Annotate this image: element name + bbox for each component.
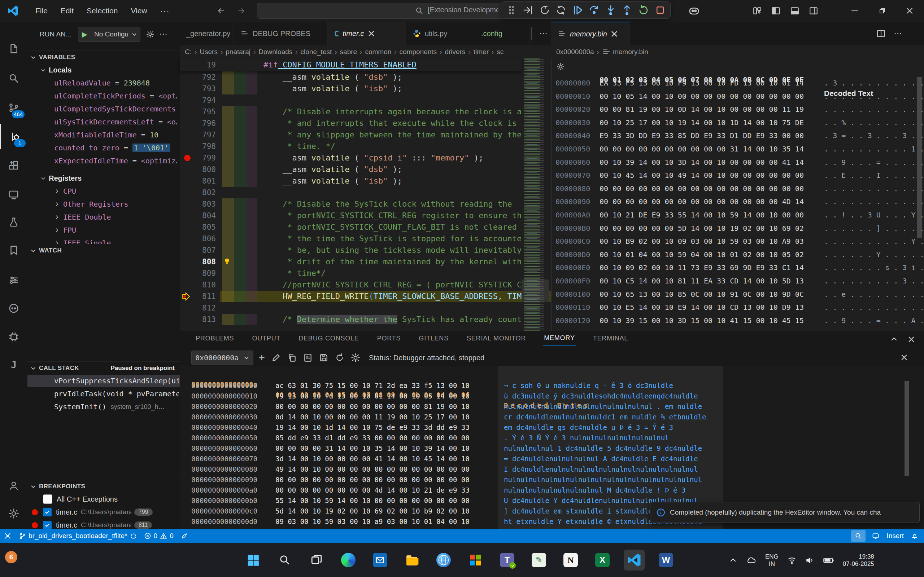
taskbar-explorer-icon[interactable]	[401, 550, 422, 571]
panel-tab-output[interactable]: OUTPUT	[251, 335, 281, 346]
notification-toast[interactable]: Completed (hopefully) duplicating the He…	[650, 502, 920, 523]
memory-copy-icon[interactable]	[287, 353, 297, 363]
breakpoint-glyph-icon[interactable]	[184, 155, 191, 161]
crumb-item[interactable]: sabre	[340, 48, 357, 56]
variable-row[interactable]: ulCompletedSysTickDecrements =	[27, 102, 180, 115]
hex-bytes[interactable]: 00 10 B9 02 00 10 09 03 00 10 59 03 00 1…	[599, 235, 804, 248]
taskbar-teams-icon[interactable]: T	[497, 550, 518, 571]
restart-button[interactable]	[636, 3, 651, 17]
memory-bytes[interactable]: ac 63 01 30 75 15 00 10 71 2d ea 33 f5 1…	[275, 380, 470, 391]
taskbar-vscode-icon[interactable]	[624, 550, 645, 571]
crumb-item[interactable]: memory.bin	[613, 48, 648, 56]
minimize-icon[interactable]	[841, 0, 868, 22]
memory-bytes[interactable]: 00 00 00 00 00 00 00 00 00 00 00 00 81 1…	[275, 401, 470, 412]
hex-row[interactable]: 000000F000 10 C5 14 00 10 81 11 EA 33 CD…	[551, 274, 924, 288]
panel-tab-problems[interactable]: PROBLEMS	[195, 335, 234, 346]
battery-icon[interactable]	[823, 556, 834, 565]
crumb-item[interactable]: sc	[497, 48, 504, 56]
tabs-overflow-icon[interactable]: ···	[536, 22, 551, 45]
volume-icon[interactable]	[805, 556, 815, 565]
code-line-806[interactable]: 806 * the time the SysTick is stopped fo…	[180, 233, 551, 245]
hex-row[interactable]: 000000B000 00 00 00 00 00 5D 14 00 10 19…	[551, 222, 924, 235]
crumb-item[interactable]: C:	[185, 48, 192, 56]
memory-row[interactable]: 000000000000009000 00 00 00 00 00 00 00 …	[180, 475, 924, 485]
close-icon[interactable]	[896, 0, 923, 22]
menu-file[interactable]: File	[29, 0, 54, 22]
memory-edit-icon[interactable]	[271, 353, 281, 363]
hex-bytes[interactable]: 00 00 00 00 00 00 00 00 00 00 00 00 00 0…	[599, 182, 804, 195]
register-group-row[interactable]: IEEE Double	[27, 211, 180, 224]
tab-close-icon[interactable]	[368, 30, 375, 37]
code-line-794[interactable]: 794	[180, 95, 551, 106]
code-line-807[interactable]: 807 * be, but using the tickless mode wi…	[180, 245, 551, 256]
tools-icon[interactable]	[0, 529, 15, 543]
memory-row[interactable]: 000000000000006000 00 00 00 31 14 00 10 …	[180, 443, 924, 454]
panel-tab-terminal[interactable]: TERMINAL	[592, 335, 629, 346]
sidebar-gear-icon[interactable]	[146, 30, 154, 38]
hex-row[interactable]: 0000006000 10 39 14 00 10 3D 14 00 10 00…	[551, 156, 924, 169]
variable-row[interactable]: ulCompleteTickPeriods = <opt…	[27, 89, 180, 102]
memory-save-icon[interactable]	[319, 353, 328, 363]
register-group-row[interactable]: FPU	[27, 224, 180, 237]
hex-row[interactable]: 0000012000 10 39 15 00 10 3D 15 00 10 41…	[551, 314, 924, 327]
register-group-row[interactable]: Other Registers	[27, 198, 180, 211]
taskbar-office-icon[interactable]	[465, 550, 486, 571]
activity-source-control-icon[interactable]: 464	[0, 95, 27, 121]
hex-row[interactable]: 0000003000 10 25 17 00 10 19 14 00 10 1D…	[551, 116, 924, 129]
step-into-button[interactable]	[604, 3, 618, 17]
crumb-item[interactable]: 0x0000000a	[556, 48, 594, 56]
code-line-800[interactable]: 800 __asm volatile ( "dsb" );	[180, 164, 551, 175]
register-group-row[interactable]: CPU	[27, 185, 180, 198]
menu-view[interactable]: View	[124, 0, 153, 22]
variables-section-header[interactable]: VARIABLES	[27, 50, 180, 64]
hex-row[interactable]: 0000010000 10 65 13 00 10 85 0C 00 10 91…	[551, 288, 924, 301]
code-line-796[interactable]: 796 * and interrupts that execute while …	[180, 118, 551, 129]
memory-bytes[interactable]: 09 03 00 10 59 03 00 10 a9 03 00 10 01 0…	[275, 516, 470, 527]
stop-button[interactable]	[653, 3, 667, 17]
memory-close-icon[interactable]	[900, 353, 908, 361]
breakpoints-section-header[interactable]: BREAKPOINTS	[27, 480, 180, 493]
tab--generator-py[interactable]: _generator.py	[180, 22, 234, 45]
onedrive-cloud-icon[interactable]	[746, 555, 756, 566]
memory-bytes[interactable]: 49 14 00 10 00 00 00 00 00 00 00 00 00 0…	[275, 464, 470, 475]
taskbar-taskview-icon[interactable]	[306, 550, 327, 571]
breakpoint-checkbox[interactable]	[43, 495, 52, 504]
watch-section-header[interactable]: WATCH	[27, 244, 180, 257]
nav-forward-icon[interactable]	[236, 6, 246, 16]
panel-tab-serial-monitor[interactable]: SERIAL MONITOR	[466, 335, 527, 346]
activity-run-debug-icon[interactable]: 1	[0, 124, 29, 149]
step-out-button[interactable]	[620, 3, 635, 17]
code-line-812[interactable]: 812	[180, 302, 551, 314]
continue-button[interactable]	[570, 3, 585, 17]
memory-bytes[interactable]: 19 14 00 10 1d 14 00 10 75 de e9 33 3d d…	[275, 422, 470, 433]
breakpoint-row[interactable]: timer.cC:\Users\pnataraj\...811	[27, 519, 180, 529]
taskbar-globe-icon[interactable]	[433, 550, 454, 571]
panel-maximize-icon[interactable]	[890, 335, 898, 343]
hex-bytes[interactable]: E9 33 3D DD E9 33 85 DD E9 33 D1 DD E9 3…	[599, 129, 804, 142]
nav-back-icon[interactable]	[216, 6, 226, 16]
editor-more-icon[interactable]: ···	[894, 30, 902, 37]
memory-row[interactable]: 000000000000002000 00 00 00 00 00 00 00 …	[180, 401, 924, 412]
lightbulb-icon[interactable]	[223, 258, 231, 266]
hex-bytes[interactable]: 00 10 09 02 00 10 11 73 E9 33 69 9D E9 3…	[599, 261, 804, 274]
toggle-secondary-sidebar-icon[interactable]	[809, 6, 818, 16]
hex-bytes[interactable]: 00 10 E5 14 00 10 E9 14 00 10 CD 13 00 1…	[599, 301, 804, 314]
taskbar-start-icon[interactable]	[242, 550, 263, 571]
hex-bytes[interactable]: 00 10 65 13 00 10 85 0C 00 10 91 0C 00 1…	[599, 288, 804, 301]
hex-bytes[interactable]: 00 10 05 14 00 10 00 00 00 00 00 00 00 0…	[599, 90, 804, 103]
variable-row[interactable]: ulReloadValue = 239848	[27, 76, 180, 89]
step-over-button[interactable]	[587, 3, 601, 17]
crumb-item[interactable]: common	[365, 48, 391, 56]
tab-utils-py[interactable]: utils.py	[406, 22, 471, 45]
sticky-scroll-line[interactable]: 19 #if CONFIG_MODULE_TIMERS_ENABLED	[180, 58, 522, 71]
crumb-item[interactable]: components	[399, 48, 437, 56]
restart-session-button[interactable]	[554, 3, 568, 17]
memory-bytes[interactable]: 3d 14 00 10 00 00 00 00 41 14 00 10 45 1…	[275, 454, 470, 464]
code-line-793[interactable]: 793 __asm volatile ( "isb" );	[180, 83, 551, 95]
memory-settings-icon[interactable]	[351, 353, 360, 363]
hex-row[interactable]: 00000040E9 33 3D DD E9 33 85 DD E9 33 D1…	[551, 129, 924, 142]
call-stack-frame[interactable]: vPortSuppressTicksAndSleep(uint	[27, 374, 180, 387]
minimap-slider[interactable]	[522, 279, 549, 302]
panel-tab-memory[interactable]: MEMORY	[543, 334, 575, 346]
notification-badge[interactable]: 6	[5, 551, 17, 563]
